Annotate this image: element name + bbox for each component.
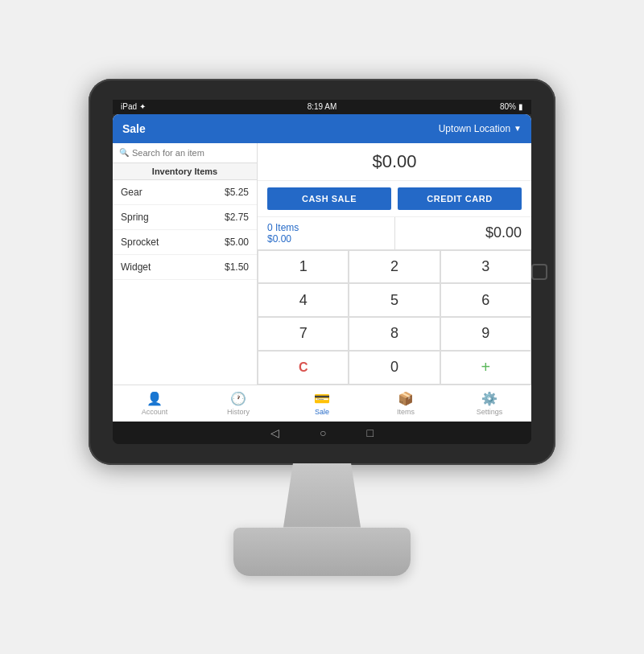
numpad-key-6[interactable]: 6 <box>440 283 531 317</box>
numpad-key-clear[interactable]: C <box>258 351 349 385</box>
item-price: $5.25 <box>225 187 249 198</box>
status-right: 80% ▮ <box>500 102 523 111</box>
numpad-key-1[interactable]: 1 <box>258 250 349 284</box>
android-nav: ◁ ○ □ <box>113 422 531 444</box>
nav-item-settings[interactable]: ⚙️ Settings <box>448 385 531 422</box>
nav-item-history[interactable]: 🕐 History <box>196 385 280 422</box>
inventory-list: Gear $5.25 Spring $2.75 Sprocket $5.00 W… <box>113 180 257 385</box>
item-price: $2.75 <box>225 212 249 223</box>
numpad-key-5[interactable]: 5 <box>349 283 440 317</box>
nav-label-account: Account <box>142 408 168 416</box>
ipad-label: iPad ✦ <box>121 102 146 111</box>
status-left: iPad ✦ <box>121 102 146 111</box>
search-input[interactable] <box>132 148 250 158</box>
nav-item-account[interactable]: 👤 Account <box>113 385 196 422</box>
inventory-header: Inventory Items <box>113 163 257 180</box>
nav-icon-account: 👤 <box>147 391 163 406</box>
status-bar: iPad ✦ 8:19 AM 80% ▮ <box>113 100 531 114</box>
nav-label-settings: Settings <box>477 408 503 416</box>
android-back-button[interactable]: ◁ <box>270 426 279 439</box>
nav-icon-items: 📦 <box>398 391 414 406</box>
tablet-device: iPad ✦ 8:19 AM 80% ▮ Sale Uptown Locatio… <box>89 79 555 465</box>
search-icon: 🔍 <box>119 148 129 157</box>
numpad-key-4[interactable]: 4 <box>258 283 349 317</box>
item-name: Spring <box>121 212 149 223</box>
nav-label-sale: Sale <box>315 408 329 416</box>
numpad-key-plus[interactable]: + <box>440 351 531 385</box>
numpad-key-8[interactable]: 8 <box>349 317 440 351</box>
numpad-key-9[interactable]: 9 <box>440 317 531 351</box>
item-name: Widget <box>121 261 151 273</box>
total-display: $0.00 <box>258 143 531 181</box>
android-home-button[interactable]: ○ <box>320 426 326 439</box>
item-price: $5.00 <box>225 237 249 248</box>
item-price: $1.50 <box>225 261 249 273</box>
location-dropdown-icon: ▼ <box>514 124 522 133</box>
battery-icon: ▮ <box>518 102 523 111</box>
numpad: 123456789C0+ <box>258 250 531 385</box>
nav-label-items: Items <box>397 408 415 416</box>
tablet-screen-area: iPad ✦ 8:19 AM 80% ▮ Sale Uptown Locatio… <box>113 100 531 444</box>
bottom-nav: 👤 Account 🕐 History 💳 Sale 📦 Items ⚙️ Se… <box>113 385 531 422</box>
android-recent-button[interactable]: □ <box>367 426 374 439</box>
cart-amount: $0.00 <box>395 217 532 249</box>
cart-total-small: $0.00 <box>267 233 385 245</box>
nav-icon-sale: 💳 <box>314 391 330 406</box>
main-content: 🔍 Inventory Items Gear $5.25 Spring $2.7… <box>113 143 531 385</box>
inventory-item[interactable]: Sprocket $5.00 <box>113 230 257 255</box>
numpad-key-7[interactable]: 7 <box>258 317 349 351</box>
credit-card-button[interactable]: CREDIT CARD <box>398 187 522 210</box>
app-screen: Sale Uptown Location ▼ 🔍 <box>113 114 531 444</box>
app-content: Sale Uptown Location ▼ 🔍 <box>113 114 531 422</box>
cash-sale-button[interactable]: CASH SALE <box>267 187 391 210</box>
numpad-key-0[interactable]: 0 <box>349 351 440 385</box>
payment-buttons: CASH SALE CREDIT CARD <box>258 181 531 217</box>
stand-base <box>233 528 411 576</box>
inventory-item[interactable]: Spring $2.75 <box>113 205 257 230</box>
numpad-key-3[interactable]: 3 <box>440 250 531 284</box>
nav-icon-settings: ⚙️ <box>481 391 497 406</box>
nav-label-history: History <box>227 408 250 416</box>
inventory-item[interactable]: Gear $5.25 <box>113 180 257 205</box>
battery-label: 80% <box>500 102 516 111</box>
inventory-item[interactable]: Widget $1.50 <box>113 255 257 280</box>
nav-item-sale[interactable]: 💳 Sale <box>280 385 364 422</box>
status-time: 8:19 AM <box>308 102 337 111</box>
location-selector[interactable]: Uptown Location ▼ <box>439 123 522 134</box>
numpad-key-2[interactable]: 2 <box>349 250 440 284</box>
search-bar: 🔍 <box>113 143 257 163</box>
scene: iPad ✦ 8:19 AM 80% ▮ Sale Uptown Locatio… <box>0 0 644 654</box>
right-panel: $0.00 CASH SALE CREDIT CARD 0 Items $0.0… <box>258 143 531 385</box>
tablet-home-button[interactable] <box>531 264 547 280</box>
item-name: Sprocket <box>121 237 159 248</box>
left-panel: 🔍 Inventory Items Gear $5.25 Spring $2.7… <box>113 143 258 385</box>
cart-info: 0 Items $0.00 <box>258 217 395 249</box>
item-name: Gear <box>121 187 142 198</box>
app-title: Sale <box>122 122 146 135</box>
cart-row: 0 Items $0.00 $0.00 <box>258 217 531 250</box>
nav-icon-history: 🕐 <box>230 391 246 406</box>
stand-neck <box>274 463 370 528</box>
app-top-bar: Sale Uptown Location ▼ <box>113 114 531 143</box>
cart-items-count: 0 Items <box>267 222 385 233</box>
nav-item-items[interactable]: 📦 Items <box>364 385 448 422</box>
location-name: Uptown Location <box>439 123 510 134</box>
